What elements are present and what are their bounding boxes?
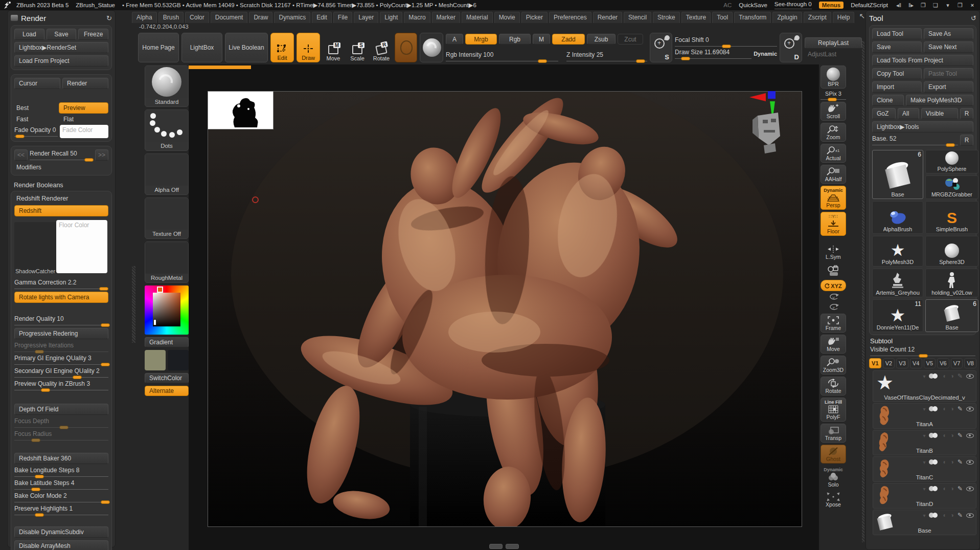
polypaint-icon[interactable] <box>929 513 939 518</box>
draw-size-slider[interactable]: Draw Size 11.69084 <box>675 49 751 59</box>
depth-of-field-button[interactable]: Depth Of Field <box>14 404 108 415</box>
bottom-tray-handle[interactable] <box>506 544 519 549</box>
tool-thumbnail-polymesh3d[interactable]: ★ PolyMesh3D <box>872 236 923 267</box>
uv-icon[interactable]: ◐ <box>943 512 946 519</box>
lightbox-tools-button[interactable]: Lightbox▶Tools <box>872 121 973 133</box>
menu-zplugin[interactable]: Zplugin <box>772 12 802 23</box>
visibility-eye-icon[interactable] <box>966 407 974 411</box>
fold-icon[interactable]: ▾ <box>923 433 925 438</box>
tool-thumbnail-sphere3d[interactable]: Sphere3D <box>925 236 978 267</box>
recall-next-button[interactable]: >> <box>95 149 108 161</box>
fast-render-button[interactable]: Fast <box>14 116 61 123</box>
fold-icon[interactable]: ▾ <box>923 373 925 379</box>
visibility-eye-icon[interactable] <box>966 433 974 438</box>
paint-icon[interactable]: ✎ <box>958 512 963 519</box>
goz-visible-button[interactable]: Visible <box>921 108 958 119</box>
base-tool-slider[interactable]: Base. 52 <box>872 135 958 145</box>
floor-color-box[interactable]: Floor Color <box>56 220 107 273</box>
visible-count-slider[interactable]: Visible Count 12 <box>870 346 975 356</box>
progressive-iterations-slider[interactable]: Progressive Iterations <box>14 342 108 352</box>
paint-m-button[interactable]: M <box>533 34 550 45</box>
menu-light[interactable]: Light <box>380 12 402 23</box>
bottom-tray-handle[interactable] <box>489 544 503 549</box>
menu-macro[interactable]: Macro <box>404 12 430 23</box>
render-recall-slider[interactable]: Render Recall 50 <box>30 150 93 160</box>
rotate-mode-button[interactable]: R Rotate <box>371 33 392 62</box>
camera-lock-button[interactable] <box>821 263 846 278</box>
shrink-left-icon[interactable]: ◂‖ <box>895 2 902 9</box>
polyframe-button[interactable]: Line Fill PolyF <box>821 398 846 422</box>
preview-render-button[interactable]: Preview <box>59 102 108 114</box>
tool-thumbnail-mrgbzgrabber[interactable]: MRGBZGrabber <box>925 175 978 199</box>
visibility-eye-icon[interactable] <box>966 374 974 379</box>
subtool-row-selected[interactable]: ★ ▾ ◐ ◑ ✎ VaseOfTitansClayDecimated_v <box>873 370 976 402</box>
visibility-eye-icon[interactable] <box>966 460 974 465</box>
subtool-tab-v8[interactable]: V8 <box>964 358 976 368</box>
import-button[interactable]: Import <box>872 81 922 93</box>
menu-brush[interactable]: Brush <box>158 12 184 23</box>
save-button[interactable]: Save <box>872 41 922 53</box>
left-divider-handle[interactable] <box>132 266 135 343</box>
primary-gi-slider[interactable]: Primary GI Engine QUality 3 <box>14 355 108 365</box>
preview-quality-slider[interactable]: Preview Quality in ZBrush 3 <box>14 380 108 390</box>
spin-z-button[interactable]: Z <box>821 303 846 312</box>
menu-zscript[interactable]: Zscript <box>804 12 831 23</box>
tool-thumbnail-holding[interactable]: holding_v02Low <box>925 269 978 297</box>
gradient-toggle[interactable]: Gradient <box>145 337 189 347</box>
gamma-correction-slider[interactable]: Gamma Correction 2.2 <box>14 279 108 289</box>
paste-tool-button[interactable]: Paste Tool <box>924 68 973 79</box>
redshift-renderer-section[interactable]: Redshift Renderer <box>14 194 108 203</box>
clone-button[interactable]: Clone <box>872 95 904 106</box>
current-material-thumbnail[interactable] <box>420 33 443 62</box>
frame-mesh-button[interactable]: Frame <box>821 314 846 333</box>
bpr-render-button[interactable]: BPR <box>821 65 846 89</box>
displacement-icon[interactable]: ◑ <box>950 432 954 439</box>
goz-button[interactable]: GoZ <box>872 108 896 119</box>
menu-preferences[interactable]: Preferences <box>549 12 591 23</box>
rgb-button[interactable]: Rgb <box>499 34 531 45</box>
disable-arraymesh-button[interactable]: Disable ArrayMesh <box>14 540 108 550</box>
tool-thumbnail-polysphere[interactable]: PolySphere <box>925 150 978 173</box>
bake-longitude-slider[interactable]: Bake Longitude Steps 8 <box>14 467 108 477</box>
xyz-constraint-button[interactable]: XYZ <box>821 280 846 291</box>
displacement-icon[interactable]: ◑ <box>950 405 954 412</box>
load-tool-button[interactable]: Load Tool <box>872 28 922 39</box>
zoom3d-button[interactable]: Zoom3D <box>821 356 846 375</box>
mrgb-button[interactable]: Mrgb <box>465 34 497 45</box>
menu-file[interactable]: File <box>333 12 352 23</box>
load-from-project-button[interactable]: Load From Project <box>14 55 108 67</box>
tool-thumbnail-simplebrush[interactable]: S SimpleBrush <box>925 201 978 234</box>
subtool-tab-v7[interactable]: V7 <box>951 358 963 368</box>
layout-next-icon[interactable]: ❏ <box>932 2 939 9</box>
secondary-color-swatch[interactable] <box>168 350 189 370</box>
polypaint-icon[interactable] <box>929 406 939 411</box>
menu-dynamics[interactable]: Dynamics <box>274 12 310 23</box>
sculptris-pro-button[interactable] <box>395 33 417 62</box>
scroll-canvas-button[interactable]: Scroll <box>821 102 846 121</box>
displacement-icon[interactable]: ◑ <box>950 512 954 519</box>
menu-color[interactable]: Color <box>185 12 209 23</box>
subtool-tab-v5[interactable]: V5 <box>924 358 936 368</box>
secondary-gi-slider[interactable]: Secondary GI Engine QUality 2 <box>14 367 108 378</box>
main-color-swatch[interactable] <box>145 350 166 370</box>
subtool-row-titand[interactable]: ▾ ◐ ◑ ✎ TitanD <box>873 483 976 509</box>
fade-color-box[interactable]: Fade Color <box>60 125 108 138</box>
subtool-tab-v6[interactable]: V6 <box>937 358 949 368</box>
close-button[interactable]: × <box>969 2 976 8</box>
tool-thumbnail-artemis[interactable]: Artemis_Greyhou <box>872 269 923 297</box>
paint-a-button[interactable]: A <box>446 34 463 45</box>
subtool-row-titanb[interactable]: ▾ ◐ ◑ ✎ TitanB <box>873 430 976 455</box>
shrink-right-icon[interactable]: ‖▸ <box>907 2 915 9</box>
polypaint-icon[interactable] <box>929 486 939 491</box>
render-button[interactable]: Render <box>62 78 108 89</box>
progressive-rendering-button[interactable]: Progressive Redering <box>14 328 108 339</box>
menu-picker[interactable]: Picker <box>521 12 548 23</box>
uv-icon[interactable]: ◐ <box>943 405 946 412</box>
zoom-canvas-button[interactable]: Zoom <box>821 123 846 142</box>
tool-thumbnail-alphabrush[interactable]: AlphaBrush <box>872 201 923 234</box>
menu-transform[interactable]: Transform <box>734 12 771 23</box>
size-dial-button[interactable]: + S <box>650 33 672 62</box>
uv-icon[interactable]: ◐ <box>943 458 946 466</box>
ghost-transparency-button[interactable]: Ghost <box>821 445 846 464</box>
paint-icon[interactable]: ✎ <box>958 458 963 466</box>
